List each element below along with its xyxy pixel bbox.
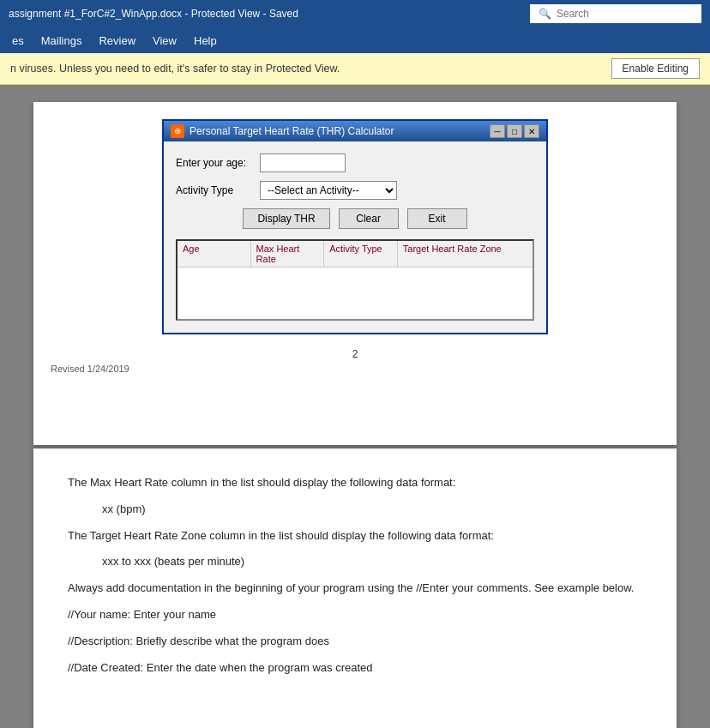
title-bar: assignment #1_ForC#2_WinApp.docx - Prote… bbox=[0, 0, 710, 27]
title-bar-text: assignment #1_ForC#2_WinApp.docx - Prote… bbox=[9, 8, 530, 20]
activity-select[interactable]: --Select an Activity-- Running Walking C… bbox=[260, 181, 397, 200]
dialog-app-icon: ⊕ bbox=[171, 124, 184, 138]
menu-bar: es Mailings Review View Help bbox=[0, 27, 710, 53]
page-number: 2 bbox=[51, 348, 659, 360]
thr-calculator-dialog: ⊕ Personal Target Heart Rate (THR) Calcu… bbox=[162, 119, 548, 334]
close-button[interactable]: ✕ bbox=[524, 124, 539, 138]
dialog-title-text: Personal Target Heart Rate (THR) Calcula… bbox=[190, 125, 490, 137]
results-list: Age Max Heart Rate Activity Type Target … bbox=[176, 239, 534, 321]
target-heart-rate-format: xxx to xxx (beats per minute) bbox=[102, 553, 642, 571]
menu-item-review[interactable]: Review bbox=[90, 31, 144, 51]
activity-label: Activity Type bbox=[176, 184, 253, 196]
dialog-body: Enter your age: Activity Type --Select a… bbox=[164, 141, 546, 333]
age-row: Enter your age: bbox=[176, 153, 534, 172]
menu-item-help[interactable]: Help bbox=[185, 31, 226, 51]
minimize-button[interactable]: ─ bbox=[490, 124, 505, 138]
search-input[interactable] bbox=[557, 8, 693, 20]
display-thr-button[interactable]: Display THR bbox=[243, 208, 329, 229]
clear-button[interactable]: Clear bbox=[339, 208, 399, 229]
max-heart-rate-format: xx (bpm) bbox=[102, 501, 642, 519]
document-area: ⊕ Personal Target Heart Rate (THR) Calcu… bbox=[0, 85, 710, 728]
menu-item-mailings[interactable]: Mailings bbox=[33, 31, 91, 51]
page-revised: Revised 1/24/2019 bbox=[51, 364, 659, 374]
documentation-note: Always add documentation in the beginnin… bbox=[68, 580, 642, 598]
action-buttons: Display THR Clear Exit bbox=[176, 208, 534, 229]
search-bar[interactable]: 🔍 bbox=[530, 4, 701, 23]
age-input[interactable] bbox=[260, 153, 346, 172]
col-target-heart-rate: Target Heart Rate Zone bbox=[398, 241, 532, 267]
col-age: Age bbox=[178, 241, 251, 267]
dialog-window-controls: ─ □ ✕ bbox=[490, 124, 539, 138]
age-label: Enter your age: bbox=[176, 157, 253, 169]
col-activity-type: Activity Type bbox=[324, 241, 398, 267]
search-icon: 🔍 bbox=[539, 8, 551, 20]
protected-view-bar: n viruses. Unless you need to edit, it's… bbox=[0, 53, 710, 85]
exit-button[interactable]: Exit bbox=[407, 208, 467, 229]
max-heart-rate-desc: The Max Heart Rate column in the list sh… bbox=[68, 474, 642, 492]
dialog-title-bar: ⊕ Personal Target Heart Rate (THR) Calcu… bbox=[164, 121, 546, 141]
protected-view-message: n viruses. Unless you need to edit, it's… bbox=[10, 63, 611, 75]
activity-row: Activity Type --Select an Activity-- Run… bbox=[176, 181, 534, 200]
enable-editing-button[interactable]: Enable Editing bbox=[611, 58, 700, 79]
list-header: Age Max Heart Rate Activity Type Target … bbox=[178, 241, 532, 268]
doc-description: //Description: Briefly describe what the… bbox=[68, 633, 642, 651]
menu-item-es[interactable]: es bbox=[3, 31, 33, 51]
col-max-heart-rate: Max Heart Rate bbox=[251, 241, 325, 267]
menu-item-view[interactable]: View bbox=[144, 31, 185, 51]
target-heart-rate-desc: The Target Heart Rate Zone column in the… bbox=[68, 527, 642, 545]
page-1: ⊕ Personal Target Heart Rate (THR) Calcu… bbox=[33, 102, 677, 445]
doc-name: //Your name: Enter your name bbox=[68, 606, 642, 624]
page-2: The Max Heart Rate column in the list sh… bbox=[33, 448, 677, 728]
doc-date: //Date Created: Enter the date when the … bbox=[68, 659, 642, 677]
maximize-button[interactable]: □ bbox=[507, 124, 522, 138]
list-body bbox=[178, 268, 532, 319]
